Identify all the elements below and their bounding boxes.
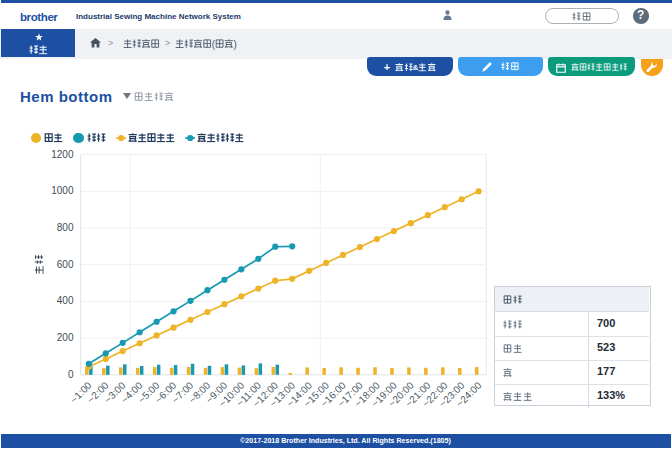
svg-text:800: 800	[57, 222, 74, 233]
svg-text:200: 200	[57, 332, 74, 343]
svg-text:0: 0	[68, 369, 74, 380]
svg-text:400: 400	[57, 295, 74, 306]
svg-text:1200: 1200	[51, 149, 74, 160]
svg-text:1000: 1000	[51, 185, 74, 196]
svg-text:600: 600	[57, 259, 74, 270]
